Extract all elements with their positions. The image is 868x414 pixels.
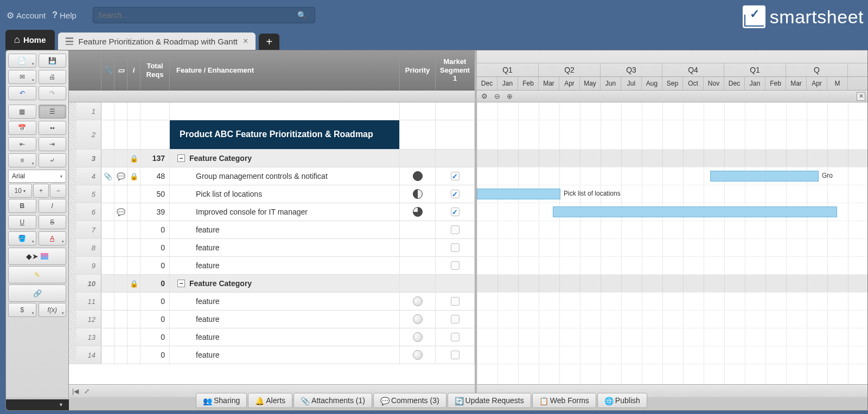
priority-cell[interactable] xyxy=(400,275,436,292)
attach-cell[interactable] xyxy=(101,203,114,221)
attach-cell[interactable] xyxy=(101,221,114,238)
align-button[interactable]: ≡▾ xyxy=(8,153,36,167)
search-input[interactable] xyxy=(98,11,294,20)
fill-color-button[interactable]: 🪣▾ xyxy=(8,231,36,245)
search-icon[interactable]: 🔍 xyxy=(294,9,310,22)
gantt-track[interactable]: Gro xyxy=(477,167,867,185)
attach-cell[interactable] xyxy=(101,293,114,310)
save-button[interactable]: 💾 xyxy=(39,54,67,68)
search-box[interactable]: 🔍 xyxy=(93,7,315,23)
priority-cell[interactable] xyxy=(400,150,436,167)
table-row[interactable]: 10🔒0−Feature Category xyxy=(69,275,475,293)
function-button[interactable]: f(x)▾ xyxy=(39,303,67,317)
publish-button[interactable]: 🌐Publish xyxy=(597,393,647,408)
link-button[interactable]: 🔗 xyxy=(8,284,66,302)
table-row[interactable]: 4📎💬🔒48Group management controls & notifi… xyxy=(69,167,475,185)
gantt-track[interactable] xyxy=(477,239,867,257)
segment-cell[interactable] xyxy=(436,120,475,149)
gantt-body[interactable]: GroPick list of locations xyxy=(477,102,867,384)
reqs-cell[interactable]: 39 xyxy=(141,203,170,221)
priority-cell[interactable] xyxy=(400,310,436,328)
zoom-in-icon[interactable]: ⊕ xyxy=(507,92,513,100)
comment-cell[interactable] xyxy=(114,120,127,149)
comment-cell[interactable] xyxy=(114,102,127,120)
harvey-ball-icon[interactable] xyxy=(413,189,423,199)
attach-cell[interactable] xyxy=(101,346,114,364)
harvey-ball-icon[interactable] xyxy=(413,350,423,360)
category-cell[interactable]: −Feature Category xyxy=(170,150,400,167)
priority-cell[interactable] xyxy=(400,167,436,185)
collapse-icon[interactable]: − xyxy=(177,154,185,162)
reqs-cell[interactable]: 0 xyxy=(141,275,170,292)
gantt-track[interactable] xyxy=(477,328,867,346)
attach-cell[interactable] xyxy=(101,328,114,346)
total-reqs-header[interactable]: TotalReqs xyxy=(141,50,170,90)
harvey-ball-icon[interactable] xyxy=(413,332,423,342)
gantt-track[interactable] xyxy=(477,120,867,150)
feature-cell[interactable]: feature xyxy=(170,346,400,364)
checkbox-checked[interactable]: ✓ xyxy=(451,208,459,216)
comment-cell[interactable] xyxy=(114,185,127,203)
segment-cell[interactable] xyxy=(436,310,475,328)
feature-cell[interactable]: feature xyxy=(170,293,400,310)
reqs-cell[interactable]: 0 xyxy=(141,328,170,346)
attach-cell[interactable] xyxy=(101,150,114,167)
attach-cell[interactable] xyxy=(101,185,114,203)
checkbox-unchecked[interactable] xyxy=(451,225,459,234)
reqs-cell[interactable]: 137 xyxy=(141,150,170,167)
feature-cell[interactable]: feature xyxy=(170,239,400,256)
checkbox-unchecked[interactable] xyxy=(451,261,459,270)
account-link[interactable]: Account xyxy=(7,10,46,21)
gantt-track[interactable] xyxy=(477,346,867,364)
table-row[interactable]: 110feature xyxy=(69,293,475,310)
decrease-font-button[interactable]: − xyxy=(50,184,66,198)
expand-icon[interactable]: ⤢ xyxy=(84,387,90,395)
table-row[interactable]: 2Product ABC Feature Prioritization & Ro… xyxy=(69,120,475,150)
segment-cell[interactable] xyxy=(436,257,475,274)
segment-cell[interactable] xyxy=(436,346,475,364)
alerts-button[interactable]: 🔔Alerts xyxy=(248,393,292,408)
priority-cell[interactable] xyxy=(400,102,436,120)
segment-cell[interactable]: ✓ xyxy=(436,203,475,221)
reqs-cell[interactable]: 0 xyxy=(141,293,170,310)
feature-header[interactable]: Feature / Enhancement xyxy=(170,50,400,90)
zoom-out-icon[interactable]: ⊖ xyxy=(494,92,500,100)
reqs-cell[interactable]: 48 xyxy=(141,167,170,185)
help-link[interactable]: Help xyxy=(52,10,76,20)
attach-cell[interactable] xyxy=(101,310,114,328)
feature-cell[interactable]: feature xyxy=(170,257,400,274)
attach-cell[interactable] xyxy=(101,257,114,274)
collapse-toolbar-button[interactable]: ▼ xyxy=(6,399,69,410)
gantt-track[interactable] xyxy=(477,203,867,221)
checkbox-unchecked[interactable] xyxy=(451,243,459,252)
italic-button[interactable]: I xyxy=(39,199,67,213)
checkbox-unchecked[interactable] xyxy=(451,315,459,324)
email-button[interactable]: ✉▾ xyxy=(8,70,36,84)
table-row[interactable]: 90feature xyxy=(69,257,475,275)
segment-cell[interactable] xyxy=(436,328,475,346)
attach-cell[interactable] xyxy=(101,102,114,120)
highlight-button[interactable]: ✎ xyxy=(8,266,66,283)
segment-cell[interactable] xyxy=(436,293,475,310)
feature-cell[interactable]: Group management controls & notificat xyxy=(170,167,400,185)
close-tab-icon[interactable]: × xyxy=(243,36,248,46)
conditional-format-button[interactable]: ◆➤ xyxy=(8,248,66,265)
checkbox-checked[interactable]: ✓ xyxy=(451,172,459,180)
bold-button[interactable]: B xyxy=(8,199,36,213)
reqs-cell[interactable] xyxy=(141,120,170,149)
gantt-settings-icon[interactable]: ⚙ xyxy=(481,92,488,100)
gantt-track[interactable]: Pick list of locations xyxy=(477,185,867,203)
attach-cell[interactable]: 📎 xyxy=(101,167,114,185)
harvey-ball-icon[interactable] xyxy=(413,296,423,306)
table-row[interactable]: 120feature xyxy=(69,310,475,328)
text-color-button[interactable]: A▾ xyxy=(39,231,67,245)
gantt-track[interactable] xyxy=(477,310,867,328)
gantt-track[interactable] xyxy=(477,275,867,293)
comment-cell[interactable] xyxy=(114,150,127,167)
comment-cell[interactable] xyxy=(114,346,127,364)
segment-cell[interactable]: ✓ xyxy=(436,167,475,185)
comment-cell[interactable] xyxy=(114,328,127,346)
grid-body[interactable]: 12Product ABC Feature Prioritization & R… xyxy=(69,102,475,384)
close-gantt-button[interactable]: ✕ xyxy=(857,92,865,101)
table-row[interactable]: 1 xyxy=(69,102,475,120)
